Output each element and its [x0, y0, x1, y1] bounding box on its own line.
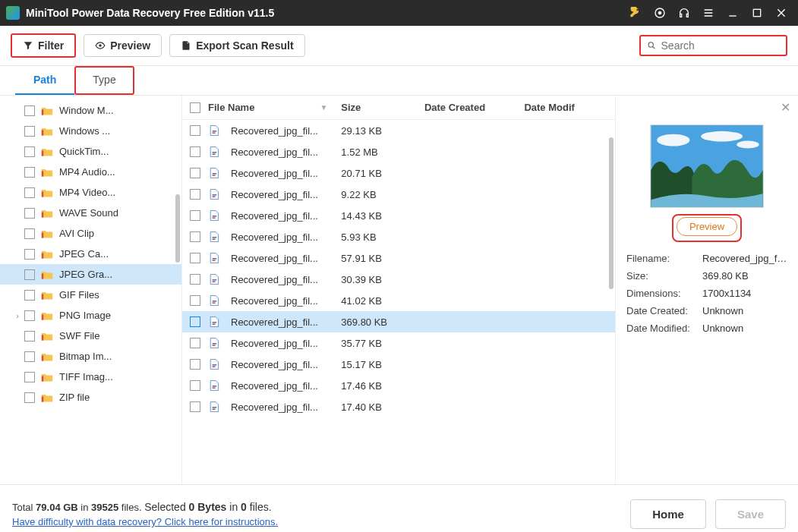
- svg-rect-21: [213, 132, 216, 134]
- row-checkbox[interactable]: [190, 253, 200, 263]
- open-preview-button[interactable]: Preview: [677, 217, 737, 236]
- sidebar-item[interactable]: JPEG Gra...: [0, 264, 181, 285]
- tree-checkbox[interactable]: [24, 146, 35, 157]
- row-checkbox[interactable]: [190, 274, 200, 285]
- table-row[interactable]: Recovered_jpg_fil...41.02 KB: [182, 290, 615, 311]
- row-checkbox[interactable]: [190, 380, 200, 391]
- col-header-name[interactable]: File Name▼: [208, 102, 341, 113]
- title-bar: MiniTool Power Data Recovery Free Editio…: [0, 0, 798, 26]
- row-checkbox[interactable]: [190, 210, 200, 221]
- table-row[interactable]: Recovered_jpg_fil...14.43 KB: [182, 205, 615, 226]
- table-row[interactable]: Recovered_jpg_fil...15.17 KB: [182, 354, 615, 375]
- sidebar-item[interactable]: WAVE Sound: [0, 203, 181, 223]
- sidebar-item[interactable]: QuickTim...: [0, 141, 181, 162]
- tab-path[interactable]: Path: [15, 66, 74, 95]
- tree-checkbox[interactable]: [24, 351, 35, 362]
- meta-size-value: 369.80 KB: [702, 270, 787, 282]
- table-row[interactable]: Recovered_jpg_fil...20.71 KB: [182, 162, 615, 184]
- svg-rect-29: [213, 217, 216, 219]
- sidebar-item[interactable]: SWF File: [0, 326, 181, 346]
- tree-checkbox[interactable]: [24, 290, 35, 301]
- tree-checkbox[interactable]: [24, 105, 35, 116]
- row-checkbox[interactable]: [190, 338, 200, 348]
- search-box[interactable]: [639, 35, 787, 56]
- tree-checkbox[interactable]: [24, 126, 35, 137]
- table-row[interactable]: Recovered_jpg_fil...30.39 KB: [182, 269, 615, 290]
- table-row[interactable]: Recovered_jpg_fil...17.46 KB: [182, 375, 615, 396]
- sidebar-item[interactable]: Bitmap Im...: [0, 346, 181, 367]
- tree-checkbox[interactable]: [24, 269, 35, 280]
- sidebar-item[interactable]: MP4 Video...: [0, 182, 181, 203]
- table-row[interactable]: Recovered_jpg_fil...35.77 KB: [182, 332, 615, 354]
- sidebar-item[interactable]: ›PNG Image: [0, 305, 181, 326]
- search-input[interactable]: [661, 39, 780, 52]
- row-checkbox[interactable]: [190, 401, 200, 412]
- file-list-scrollbar-thumb[interactable]: [609, 137, 613, 289]
- tab-type[interactable]: Type: [74, 66, 134, 95]
- sidebar-item[interactable]: JPEG Ca...: [0, 244, 181, 264]
- tree-checkbox[interactable]: [24, 187, 35, 198]
- svg-rect-46: [213, 407, 217, 408]
- save-button[interactable]: Save: [715, 499, 786, 529]
- headphones-icon[interactable]: [673, 2, 695, 24]
- col-header-modified[interactable]: Date Modif: [524, 102, 607, 113]
- table-row[interactable]: Recovered_jpg_fil...369.80 KB: [182, 311, 615, 332]
- filter-button[interactable]: Filter: [11, 33, 76, 58]
- close-preview-icon[interactable]: ✕: [781, 100, 790, 115]
- sidebar-item[interactable]: AVI Clip: [0, 223, 181, 244]
- maximize-icon[interactable]: [746, 2, 768, 24]
- file-icon: [208, 337, 220, 349]
- sidebar-item[interactable]: ZIP file: [0, 387, 181, 408]
- sidebar-item[interactable]: TIFF Imag...: [0, 367, 181, 387]
- row-checkbox[interactable]: [190, 189, 200, 200]
- key-icon[interactable]: [625, 2, 646, 24]
- disc-icon[interactable]: [649, 2, 670, 24]
- tree-checkbox[interactable]: [24, 167, 35, 178]
- row-checkbox[interactable]: [190, 231, 200, 242]
- svg-rect-30: [213, 237, 217, 238]
- file-size: 14.43 KB: [341, 210, 424, 222]
- minimize-icon[interactable]: [722, 2, 743, 24]
- col-header-size[interactable]: Size: [341, 102, 424, 113]
- sidebar-item[interactable]: Window M...: [0, 100, 181, 121]
- row-checkbox[interactable]: [190, 359, 200, 370]
- tree-checkbox[interactable]: [24, 249, 35, 260]
- select-all-checkbox[interactable]: [190, 102, 200, 113]
- app-logo-icon: [6, 6, 20, 20]
- table-row[interactable]: Recovered_jpg_fil...5.93 KB: [182, 226, 615, 247]
- menu-icon[interactable]: [698, 2, 719, 24]
- sidebar-item[interactable]: MP4 Audio...: [0, 162, 181, 182]
- close-icon[interactable]: [771, 2, 792, 24]
- export-button[interactable]: Export Scan Result: [169, 34, 304, 57]
- sidebar-item[interactable]: GIF Files: [0, 285, 181, 305]
- col-header-created[interactable]: Date Created: [424, 102, 525, 113]
- row-checkbox[interactable]: [190, 316, 200, 327]
- table-row[interactable]: Recovered_jpg_fil...57.91 KB: [182, 247, 615, 269]
- file-list-rows[interactable]: Recovered_jpg_fil...29.13 KBRecovered_jp…: [182, 120, 615, 484]
- preview-button[interactable]: Preview: [84, 34, 162, 57]
- help-link[interactable]: Have difficulty with data recovery? Clic…: [12, 516, 278, 527]
- tree-checkbox[interactable]: [24, 392, 35, 403]
- footer-bar: Total 79.04 GB in 39525 files. Selected …: [0, 484, 798, 532]
- table-row[interactable]: Recovered_jpg_fil...1.52 MB: [182, 141, 615, 162]
- tree-checkbox[interactable]: [24, 310, 35, 321]
- table-row[interactable]: Recovered_jpg_fil...17.40 KB: [182, 396, 615, 417]
- file-size: 17.40 KB: [341, 401, 424, 413]
- svg-point-50: [701, 131, 743, 142]
- row-checkbox[interactable]: [190, 168, 200, 178]
- row-checkbox[interactable]: [190, 125, 200, 136]
- meta-created-key: Date Created:: [626, 305, 702, 316]
- table-row[interactable]: Recovered_jpg_fil...29.13 KB: [182, 120, 615, 141]
- table-row[interactable]: Recovered_jpg_fil...9.22 KB: [182, 184, 615, 205]
- row-checkbox[interactable]: [190, 146, 200, 157]
- home-button[interactable]: Home: [630, 499, 706, 529]
- tree-checkbox[interactable]: [24, 208, 35, 219]
- tree-checkbox[interactable]: [24, 331, 35, 342]
- sidebar-scrollbar-thumb[interactable]: [175, 194, 180, 263]
- tree-checkbox[interactable]: [24, 228, 35, 239]
- sidebar-tree[interactable]: Window M...Windows ...QuickTim...MP4 Aud…: [0, 96, 182, 484]
- tree-checkbox[interactable]: [24, 372, 35, 382]
- sidebar-item[interactable]: Windows ...: [0, 121, 181, 141]
- tree-item-label: ZIP file: [59, 392, 90, 403]
- row-checkbox[interactable]: [190, 295, 200, 306]
